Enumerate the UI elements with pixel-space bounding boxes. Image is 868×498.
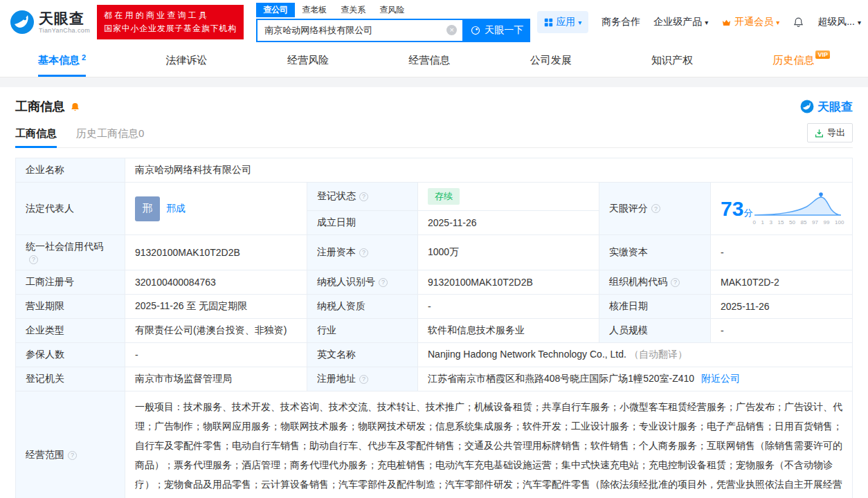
reg-capital-label: 注册资本? bbox=[307, 235, 418, 270]
business-term-label: 营业期限 bbox=[16, 295, 125, 319]
tab-company-development[interactable]: 公司发展 bbox=[530, 44, 572, 77]
reg-number-label: 工商注册号 bbox=[16, 270, 125, 295]
staff-size-value: - bbox=[711, 319, 853, 343]
search-tab-risk[interactable]: 查风险 bbox=[372, 3, 411, 17]
help-icon[interactable]: ? bbox=[359, 192, 368, 201]
reg-status-label: 登记状态? bbox=[307, 183, 418, 211]
tab-legal-litigation[interactable]: 法律诉讼 bbox=[166, 44, 208, 77]
tab-operation-risk[interactable]: 经营风险 bbox=[287, 44, 329, 77]
approval-date-label: 核准日期 bbox=[599, 295, 711, 319]
search-area: 查公司 查老板 查关系 查风险 × 天眼一下 bbox=[256, 3, 530, 42]
search-input[interactable] bbox=[263, 24, 446, 36]
nav-enterprise-label: 企业级产品 bbox=[653, 16, 702, 28]
search-tab-company[interactable]: 查公司 bbox=[256, 3, 295, 17]
section-title: 工商信息 bbox=[15, 98, 65, 115]
export-button-label: 导出 bbox=[827, 127, 845, 139]
company-name-value: 南京哈动网络科技有限公司 bbox=[125, 158, 853, 183]
help-icon[interactable]: ? bbox=[29, 255, 38, 264]
reg-address-label: 注册地址? bbox=[307, 367, 418, 391]
search-tab-boss[interactable]: 查老板 bbox=[295, 3, 334, 17]
reg-capital-value: 1000万 bbox=[418, 235, 599, 270]
help-icon[interactable]: ? bbox=[671, 278, 680, 287]
nearby-companies-link[interactable]: 附近公司 bbox=[701, 373, 740, 384]
business-info-card: 工商信息 天眼查 工商信息 历史工商信息0 导出 bbox=[0, 87, 868, 498]
score-value-cell: 73分 013 155085 9799100 bbox=[711, 183, 853, 235]
table-row: 营业期限 2025-11-26 至 无固定期限 纳税人资质 - 核准日期 202… bbox=[16, 295, 853, 319]
org-code-value: MAK10T2D-2 bbox=[711, 270, 853, 295]
slogan-badge: 都在用的商业查询工具 国家中小企业发展子基金旗下机构 bbox=[97, 5, 244, 39]
export-icon bbox=[815, 129, 824, 138]
logo-subtitle: TianYanCha.com bbox=[39, 27, 90, 34]
tab-operation-info-label: 经营信息 bbox=[408, 54, 450, 67]
bell-icon bbox=[793, 17, 804, 28]
reg-authority-value: 南京市市场监督管理局 bbox=[125, 367, 307, 391]
search-button[interactable]: 天眼一下 bbox=[464, 19, 530, 42]
insured-count-value: - bbox=[125, 343, 307, 367]
establish-date-label: 成立日期 bbox=[307, 211, 418, 235]
nav-apps[interactable]: 应用 ▾ bbox=[537, 11, 588, 33]
clear-search-icon[interactable]: × bbox=[446, 25, 457, 35]
nav-super-risk-label: 超级风... bbox=[817, 16, 855, 28]
help-icon[interactable]: ? bbox=[359, 375, 368, 384]
english-name-value: Nanjing Hadong Network Technology Co., L… bbox=[418, 343, 853, 367]
credit-code-label: 统一社会信用代码? bbox=[16, 235, 125, 270]
slogan-line1: 都在用的商业查询工具 bbox=[104, 9, 237, 22]
subtab-business-info[interactable]: 工商信息 bbox=[15, 127, 57, 147]
business-term-value: 2025-11-26 至 无固定期限 bbox=[125, 295, 307, 319]
search-tab-relation[interactable]: 查关系 bbox=[334, 3, 372, 17]
legal-rep-value: 邢 邢成 bbox=[125, 183, 307, 235]
paid-capital-label: 实缴资本 bbox=[599, 235, 711, 270]
subtab-history-business-info[interactable]: 历史工商信息0 bbox=[76, 127, 144, 147]
taxpayer-id-label: 纳税人识别号? bbox=[307, 270, 418, 295]
company-type-value: 有限责任公司(港澳台投资、非独资) bbox=[125, 319, 307, 343]
subtabs: 工商信息 历史工商信息0 导出 bbox=[15, 123, 853, 148]
score-number: 73分 bbox=[721, 199, 752, 219]
industry-label: 行业 bbox=[307, 319, 418, 343]
tianyancha-logo[interactable]: 天眼查 TianYanCha.com bbox=[10, 10, 90, 35]
score-axis: 013 155085 9799100 bbox=[752, 220, 844, 225]
grid-icon bbox=[544, 18, 553, 27]
taxpayer-quality-value: - bbox=[418, 295, 599, 319]
org-code-label: 组织机构代码? bbox=[599, 270, 711, 295]
search-type-tabs: 查公司 查老板 查关系 查风险 bbox=[256, 3, 530, 17]
business-scope-value: 一般项目：技术服务、技术开发、技术咨询、技术交流、技术转让、技术推广；机械设备租… bbox=[125, 391, 853, 498]
paid-capital-value: - bbox=[711, 235, 853, 270]
company-name-label: 企业名称 bbox=[16, 158, 125, 183]
reg-status-badge: 存续 bbox=[428, 188, 460, 205]
search-box: × bbox=[256, 19, 464, 42]
export-button[interactable]: 导出 bbox=[807, 123, 853, 142]
nav-open-vip-label: 开通会员 bbox=[734, 16, 773, 28]
legal-rep-avatar[interactable]: 邢 bbox=[135, 196, 160, 221]
nav-apps-label: 应用 bbox=[556, 16, 575, 28]
caret-down-icon: ▾ bbox=[578, 19, 581, 26]
help-icon[interactable]: ? bbox=[68, 451, 77, 460]
nav-super-risk[interactable]: 超级风... ▾ bbox=[817, 16, 861, 28]
tab-history-info[interactable]: 历史信息 VIP bbox=[772, 44, 830, 77]
pin-icon bbox=[820, 192, 824, 196]
table-row: 统一社会信用代码? 91320100MAK10T2D2B 注册资本? 1000万… bbox=[16, 235, 853, 270]
auto-translate-note: （自动翻译） bbox=[629, 349, 687, 360]
table-row: 经营范围? 一般项目：技术服务、技术开发、技术咨询、技术交流、技术转让、技术推广… bbox=[16, 391, 853, 498]
legal-rep-link[interactable]: 邢成 bbox=[166, 203, 186, 215]
nav-cooperation[interactable]: 商务合作 bbox=[602, 16, 640, 28]
subscribe-bell-icon[interactable] bbox=[70, 102, 80, 112]
nav-notifications[interactable] bbox=[793, 17, 804, 28]
help-icon[interactable]: ? bbox=[359, 248, 368, 257]
approval-date-value: 2025-11-26 bbox=[711, 295, 853, 319]
slogan-line2: 国家中小企业发展子基金旗下机构 bbox=[104, 22, 237, 35]
reg-status-value: 存续 bbox=[418, 183, 599, 211]
tianyancha-logo-icon bbox=[10, 10, 35, 35]
english-name-label: 英文名称 bbox=[307, 343, 418, 367]
caret-down-icon: ▾ bbox=[705, 19, 708, 26]
business-info-table: 企业名称 南京哈动网络科技有限公司 法定代表人 邢 邢成 登记状态? 存续 bbox=[15, 158, 853, 498]
help-icon[interactable]: ? bbox=[651, 204, 660, 213]
help-icon[interactable]: ? bbox=[379, 278, 388, 287]
tab-intellectual-property[interactable]: 知识产权 bbox=[651, 44, 693, 77]
score-label: 天眼评分? bbox=[599, 183, 711, 235]
nav-enterprise-products[interactable]: 企业级产品 ▾ bbox=[653, 16, 708, 28]
nav-open-vip[interactable]: 开通会员 ▾ bbox=[721, 16, 779, 28]
tab-operation-info[interactable]: 经营信息 bbox=[408, 44, 450, 77]
tab-basic-info[interactable]: 基本信息 2 bbox=[38, 44, 86, 77]
staff-size-label: 人员规模 bbox=[599, 319, 711, 343]
table-row: 参保人数 - 英文名称 Nanjing Hadong Network Techn… bbox=[16, 343, 853, 367]
